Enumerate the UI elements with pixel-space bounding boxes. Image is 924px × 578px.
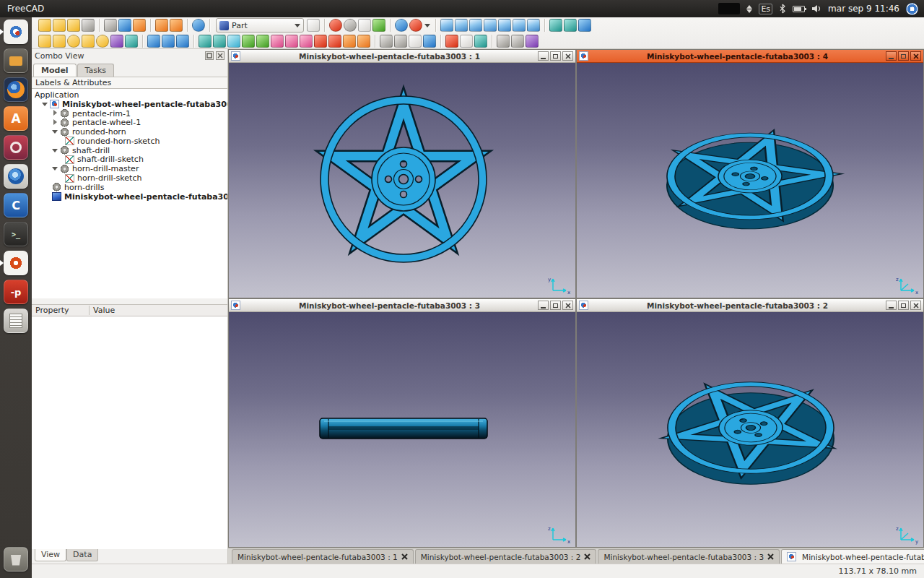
extrude-icon[interactable] [199,35,212,48]
window-titlebar[interactable]: Miniskybot-wheel-pentacle-futaba3003 : 4 [577,50,923,63]
cone-primitive-icon[interactable] [82,35,95,48]
network-updown-icon[interactable] [746,5,752,13]
minimize-button[interactable] [538,51,549,61]
expander-open-icon[interactable] [52,165,58,172]
tree-item-application[interactable]: Application [32,90,227,100]
torus-primitive-icon[interactable] [96,35,109,48]
expander-open-icon[interactable] [52,147,58,154]
chamfer-icon[interactable] [256,35,269,48]
appearance-icon[interactable] [526,35,539,48]
viewport-3d[interactable]: y z [577,312,923,547]
view-right-icon[interactable] [484,19,497,32]
measure-distance-icon[interactable] [578,19,591,32]
expander-closed-icon[interactable] [52,110,58,116]
launcher-item-firefox[interactable] [0,75,32,104]
launcher-item-freecad-alt[interactable] [0,249,32,277]
new-document-icon[interactable] [38,19,51,32]
draw-style-icon[interactable] [409,19,422,32]
sweep-icon[interactable] [300,35,313,48]
tab-model[interactable]: Model [33,64,77,77]
tree-item-document[interactable]: Miniskybot-wheel-pentacle-futaba3003 [32,100,227,109]
minimize-button[interactable] [538,301,549,310]
property-table-body[interactable] [32,316,227,549]
view-bottom-icon[interactable] [513,19,526,32]
compound-icon[interactable] [380,35,393,48]
ruled-surface-icon[interactable] [271,35,284,48]
minimize-button[interactable] [886,51,897,61]
shape-builder-icon[interactable] [125,35,138,48]
expander-open-icon[interactable] [42,101,48,108]
mirror-icon[interactable] [227,35,240,48]
cylinder-primitive-icon[interactable] [53,35,66,48]
maximize-button[interactable] [550,301,561,310]
expander-closed-icon[interactable] [52,119,58,126]
launcher-item-trash[interactable] [0,545,32,574]
whats-this-icon[interactable] [307,19,320,32]
fillet-icon[interactable] [242,35,255,48]
macro-execute-icon[interactable] [372,19,385,32]
minimize-button[interactable] [886,301,897,310]
window-titlebar[interactable]: Miniskybot-wheel-pentacle-futaba3003 : 3 [229,299,575,312]
section-icon[interactable] [314,35,327,48]
cut-icon[interactable] [104,19,117,32]
launcher-item-files[interactable] [0,46,32,75]
box-primitive-icon[interactable] [38,35,51,48]
tree-item-pentacle-rim[interactable]: pentacle-rim-1 [32,109,227,118]
mdi-tab-4[interactable]: Miniskybot-wheel-pentacle-futaba3003 : 4 [781,549,924,564]
launcher-item-c-ide[interactable]: C [0,191,32,220]
launcher-item-terminal[interactable]: >_ [0,220,32,249]
workbench-selector[interactable]: Part [216,18,304,33]
tab-tasks[interactable]: Tasks [77,64,114,77]
loft-icon[interactable] [285,35,298,48]
keyboard-layout-indicator[interactable]: Es [759,4,772,14]
view-top-icon[interactable] [469,19,482,32]
boolean-intersection-icon[interactable] [176,35,189,48]
tree-item-shaft-drill[interactable]: shaft-drill [32,146,227,155]
macro-stop-icon[interactable] [344,19,357,32]
boolean-cut-icon[interactable] [162,35,175,48]
window-titlebar[interactable]: Miniskybot-wheel-pentacle-futaba3003 : 1 [229,50,575,63]
tab-data[interactable]: Data [66,549,98,561]
print-icon[interactable] [82,19,95,32]
battery-icon[interactable] [793,6,805,12]
texture-icon[interactable] [564,19,577,32]
create-primitives-icon[interactable] [110,35,123,48]
refresh-icon[interactable] [192,19,205,32]
viewport-3d[interactable]: x y [229,63,575,298]
mdi-tab-3[interactable]: Miniskybot-wheel-pentacle-futaba3003 : 3 [598,549,780,564]
panel-splitter[interactable] [32,298,227,304]
macro-edit-icon[interactable] [358,19,371,32]
maximize-button[interactable] [898,301,909,310]
expander-open-icon[interactable] [52,129,58,135]
tree-item-pentacle-wheel[interactable]: pentacle-wheel-1 [32,118,227,127]
save-document-icon[interactable] [67,19,80,32]
close-button[interactable] [910,51,921,61]
tree-item-horn-drills[interactable]: horn-drills [32,183,227,192]
close-tab-icon[interactable] [401,553,408,560]
maximize-button[interactable] [550,51,561,61]
redo-icon[interactable] [170,19,183,32]
maximize-button[interactable] [898,51,909,61]
close-tab-icon[interactable] [584,553,590,560]
clip-plane-icon[interactable] [549,19,562,32]
window-titlebar[interactable]: Miniskybot-wheel-pentacle-futaba3003 : 2 [577,299,923,312]
close-button[interactable] [562,51,573,61]
fit-all-icon[interactable] [395,19,408,32]
close-button[interactable] [562,301,573,310]
session-gear-icon[interactable] [906,3,918,15]
copy-icon[interactable] [118,19,131,32]
cross-sections-icon[interactable] [328,35,341,48]
view-isometric-icon[interactable] [440,19,453,32]
clock[interactable]: mar sep 9 11:46 [828,4,899,14]
export-part-icon[interactable] [511,35,524,48]
offset-3d-icon[interactable] [343,35,356,48]
close-panel-icon[interactable] [216,51,225,60]
compound-explode-icon[interactable] [394,35,407,48]
launcher-item-software[interactable]: A [0,104,32,133]
tree-item-horn-drill-sketch[interactable]: horn-drill-sketch [32,173,227,183]
launcher-item-text-editor[interactable] [0,306,32,335]
float-panel-icon[interactable] [205,51,214,60]
view-left-icon[interactable] [527,19,540,32]
thickness-icon[interactable] [357,35,370,48]
launcher-item-ubuntu-one[interactable] [0,133,32,162]
